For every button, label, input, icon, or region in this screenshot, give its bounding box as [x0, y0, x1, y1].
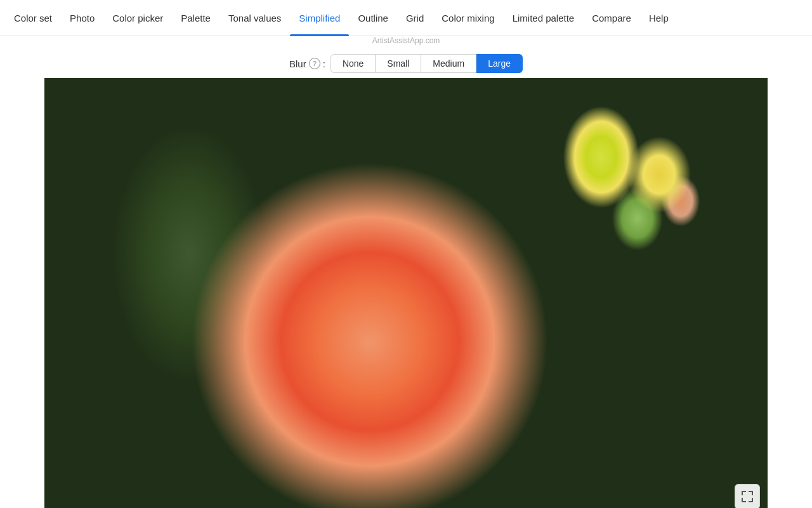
nav-item-color-mixing[interactable]: Color mixing [433, 0, 503, 36]
blur-btn-none[interactable]: None [331, 54, 376, 73]
nav-item-photo[interactable]: Photo [61, 0, 103, 36]
blur-help-icon[interactable]: ? [309, 58, 320, 69]
nav-item-outline[interactable]: Outline [349, 0, 397, 36]
image-area [44, 78, 768, 508]
nav-item-grid[interactable]: Grid [397, 0, 433, 36]
simplified-image [44, 78, 768, 508]
nav-item-palette[interactable]: Palette [172, 0, 219, 36]
brand-text: ArtistAssistApp.com [372, 36, 440, 45]
fullscreen-button[interactable] [735, 484, 760, 508]
nav-item-help[interactable]: Help [640, 0, 678, 36]
nav-item-tonal-values[interactable]: Tonal values [219, 0, 290, 36]
nav-item-simplified[interactable]: Simplified [290, 0, 349, 36]
toolbar: ArtistAssistApp.com Blur ? : NoneSmallMe… [0, 36, 812, 78]
nav-item-limited-palette[interactable]: Limited palette [504, 0, 584, 36]
nav-item-color-picker[interactable]: Color picker [103, 0, 172, 36]
blur-label: Blur ? : [289, 58, 325, 69]
blur-btn-small[interactable]: Small [376, 54, 421, 73]
main-nav: Color setPhotoColor pickerPaletteTonal v… [0, 0, 812, 36]
blur-btn-large[interactable]: Large [476, 54, 523, 73]
blur-button-group: NoneSmallMediumLarge [331, 54, 523, 73]
fullscreen-icon [742, 491, 753, 502]
nav-item-compare[interactable]: Compare [583, 0, 640, 36]
blur-btn-medium[interactable]: Medium [421, 54, 476, 73]
nav-item-color-set[interactable]: Color set [5, 0, 61, 36]
